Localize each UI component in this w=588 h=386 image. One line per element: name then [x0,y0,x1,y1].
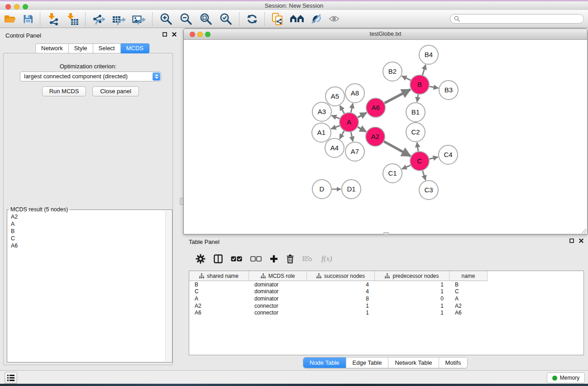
graph-edge-B-B2[interactable] [402,76,411,80]
table-cell[interactable]: 8 [307,295,375,302]
zoom-out-button[interactable] [176,11,196,27]
mcds-result-item-c[interactable]: C [8,235,166,242]
mcds-result-item-a6[interactable]: A6 [8,242,166,249]
export-table-button[interactable] [109,11,129,27]
float-panel-icon[interactable] [163,32,167,37]
close-table-panel-icon[interactable] [579,238,583,243]
table-cell[interactable]: C [189,288,249,295]
graph-edge-C-C3[interactable] [423,171,426,180]
table-tab-node-table[interactable]: Node Table [303,357,346,368]
table-settings-button[interactable] [191,251,210,267]
table-cell[interactable]: dominator [249,281,307,288]
function-builder-button[interactable]: f(x) [317,251,336,267]
apply-layout-button[interactable] [243,11,261,27]
table-cell[interactable]: A6 [189,310,249,316]
export-network-button[interactable] [89,11,109,27]
mcds-result-item-a2[interactable]: A2 [8,213,166,220]
table-cell[interactable]: 4 [307,288,375,295]
add-column-button[interactable] [266,251,282,267]
zoom-selected-button[interactable] [216,11,236,27]
run-mcds-button[interactable]: Run MCDS [42,86,86,96]
graph-edge-A-A5[interactable] [340,105,344,113]
graph-edge-B-B4[interactable] [422,65,425,75]
table-cell[interactable]: B [449,281,488,288]
hide-annotations-button[interactable] [307,11,325,27]
select-all-columns-button[interactable] [227,251,246,267]
column-header-successor-nodes[interactable]: successor nodes [307,271,375,281]
graph-edge-A-A8[interactable] [351,104,353,113]
table-tab-edge-table[interactable]: Edge Table [346,357,388,368]
graph-edge-A-A7[interactable] [351,132,353,142]
column-header-mcds-role[interactable]: MCDS role [249,271,307,281]
criterion-select[interactable]: largest connected component (directed) [20,71,161,81]
table-cell[interactable]: 1 [375,288,449,295]
table-row-a2[interactable]: A2connector11A2 [189,302,583,310]
search-input[interactable] [462,15,580,23]
graph-edge-A-A4[interactable] [339,131,344,139]
deselect-all-columns-button[interactable] [246,251,266,267]
delete-table-button[interactable] [298,251,317,267]
show-columns-button[interactable] [210,251,227,267]
close-network-button[interactable] [190,32,195,37]
table-row-a[interactable]: Adominator80A [189,295,583,302]
result-scrollbar[interactable] [165,210,172,362]
table-cell[interactable]: connector [249,303,307,309]
save-session-button[interactable] [19,11,37,27]
open-session-button[interactable] [0,11,19,27]
graph-edge-A-A1[interactable] [331,126,340,129]
table-cell[interactable]: A [189,295,249,302]
table-cell[interactable]: B [189,281,249,288]
table-cell[interactable]: A2 [449,303,488,309]
network-window-titlebar[interactable]: testGlobe.txt [184,29,587,40]
new-network-from-selection-button[interactable] [268,11,287,27]
table-cell[interactable]: A6 [449,310,488,316]
task-history-button[interactable] [5,372,17,384]
close-panel-icon[interactable] [172,32,177,37]
graph-edge-C-C4[interactable] [429,157,438,159]
minimize-window-button[interactable] [14,4,19,10]
table-tab-motifs[interactable]: Motifs [439,357,468,368]
graph-edge-C-C1[interactable] [402,165,411,169]
memory-button[interactable]: Memory [547,372,585,383]
zoom-window-button[interactable] [23,4,28,10]
float-table-panel-icon[interactable] [569,238,574,243]
show-graphics-details-button[interactable] [325,11,343,27]
zoom-network-button[interactable] [205,32,210,37]
node-table[interactable]: shared nameMCDS rolesuccessor nodesprede… [189,271,584,355]
mcds-result-item-b[interactable]: B [8,228,166,235]
graph-edge-B-B1[interactable] [417,95,418,102]
zoom-in-button[interactable] [156,11,176,27]
export-image-button[interactable] [129,11,149,27]
table-cell[interactable]: 0 [375,295,449,302]
column-header-name[interactable]: name [449,271,488,281]
table-row-a6[interactable]: A6connector11A6 [189,309,583,316]
mcds-result-list[interactable]: A2ABCA6 [8,213,166,361]
table-cell[interactable]: 4 [307,281,375,288]
minimize-network-button[interactable] [197,32,203,37]
import-table-button[interactable] [63,11,82,27]
table-cell[interactable]: connector [249,310,307,316]
resize-grip-icon[interactable] [581,228,587,234]
table-cell[interactable]: 1 [375,310,449,316]
table-cell[interactable]: C [449,288,488,295]
network-canvas[interactable]: AA1A2A3A4A5A6A7A8BB1B2B3B4CC1C2C3C4DD1 [184,40,587,234]
graph-edge-A6-B[interactable] [384,90,410,103]
tab-network[interactable]: Network [35,43,69,53]
main-titlebar[interactable]: Session: New Session [0,1,588,10]
delete-columns-button[interactable] [282,251,298,267]
cybrowser-home-button[interactable] [287,11,307,27]
graph-edge-A-A6[interactable] [358,113,366,118]
zoom-fit-button[interactable] [196,11,216,27]
search-field[interactable] [450,14,584,24]
graph-edge-A-A3[interactable] [331,115,339,119]
table-cell[interactable]: A [449,295,488,302]
table-cell[interactable]: A2 [189,303,249,309]
table-row-b[interactable]: Bdominator41B [189,281,583,288]
tab-style[interactable]: Style [69,43,93,53]
close-window-button[interactable] [5,4,11,10]
table-cell[interactable]: dominator [249,288,307,295]
table-row-c[interactable]: Cdominator41C [189,288,583,295]
table-cell[interactable]: 1 [307,303,375,309]
graph-edge-A2-C[interactable] [384,142,411,156]
table-cell[interactable]: 1 [375,303,449,309]
